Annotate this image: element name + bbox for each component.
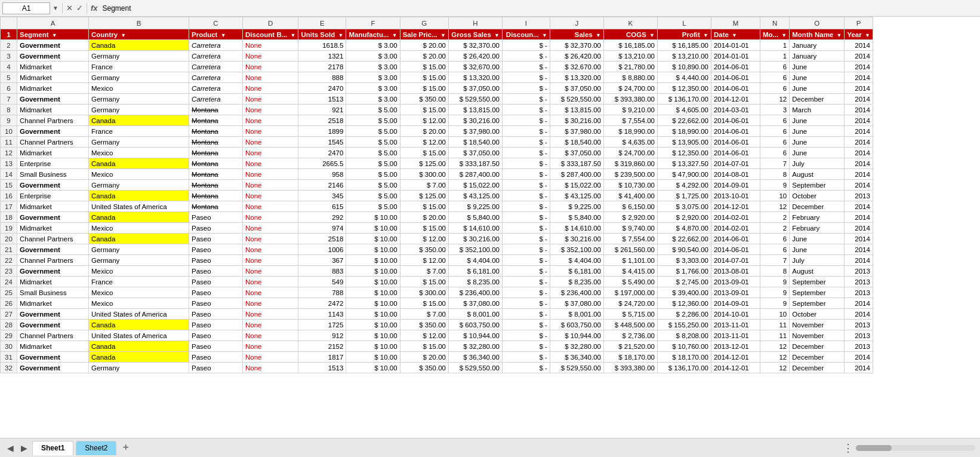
cell-units-7[interactable]: 1513 bbox=[298, 94, 346, 105]
cell-cogs-14[interactable]: $ 239,500.00 bbox=[603, 169, 657, 180]
cell-units-19[interactable]: 974 bbox=[298, 223, 346, 234]
cell-product-25[interactable]: Paseo bbox=[189, 287, 243, 298]
cell-discounts-4[interactable]: $ - bbox=[502, 62, 550, 72]
cell-country-8[interactable]: Germany bbox=[89, 105, 189, 115]
cell-profit-20[interactable]: $ 22,662.00 bbox=[657, 234, 711, 244]
tab-add-button[interactable]: + bbox=[119, 441, 132, 454]
cell-gross-22[interactable]: $ 4,404.00 bbox=[448, 255, 502, 266]
col-header-f[interactable]: F bbox=[346, 17, 400, 29]
name-box[interactable] bbox=[2, 2, 50, 14]
cell-profit-32[interactable]: $ 136,170.00 bbox=[657, 363, 711, 373]
cell-product-2[interactable]: Carretera bbox=[189, 40, 243, 51]
cell-profit-3[interactable]: $ 13,210.00 bbox=[657, 51, 711, 62]
scrollbar-thumb[interactable] bbox=[856, 445, 892, 451]
formula-input[interactable] bbox=[100, 3, 978, 14]
cell-year-30[interactable]: 2013 bbox=[845, 341, 873, 352]
cell-cogs-25[interactable]: $ 197,000.00 bbox=[603, 287, 657, 298]
cell-cogs-21[interactable]: $ 261,560.00 bbox=[603, 244, 657, 255]
cell-year-26[interactable]: 2014 bbox=[845, 298, 873, 309]
cell-discband-31[interactable]: None bbox=[243, 352, 298, 363]
cell-monthname-6[interactable]: June bbox=[790, 83, 845, 94]
cell-country-2[interactable]: Canada bbox=[89, 40, 189, 51]
cell-product-9[interactable]: Montana bbox=[189, 115, 243, 126]
cell-mfg-5[interactable]: $ 3.00 bbox=[346, 72, 400, 83]
cell-units-4[interactable]: 2178 bbox=[298, 62, 346, 72]
header-country[interactable]: Country ▼ bbox=[89, 29, 189, 40]
cell-discband-16[interactable]: None bbox=[243, 191, 298, 201]
cell-segment-25[interactable]: Small Business bbox=[17, 287, 89, 298]
cell-discband-26[interactable]: None bbox=[243, 298, 298, 309]
cell-product-27[interactable]: Paseo bbox=[189, 309, 243, 320]
cell-month-12[interactable]: 6 bbox=[760, 148, 789, 158]
cell-month-19[interactable]: 2 bbox=[760, 223, 789, 234]
cell-year-10[interactable]: 2014 bbox=[845, 126, 873, 137]
cell-year-31[interactable]: 2014 bbox=[845, 352, 873, 363]
cell-gross-15[interactable]: $ 15,022.00 bbox=[448, 180, 502, 191]
cell-cogs-13[interactable]: $ 319,860.00 bbox=[603, 158, 657, 169]
cell-sale-15[interactable]: $ 7.00 bbox=[400, 180, 448, 191]
cell-discband-19[interactable]: None bbox=[243, 223, 298, 234]
cell-date-11[interactable]: 2014-06-01 bbox=[711, 137, 760, 148]
cell-monthname-16[interactable]: October bbox=[790, 191, 845, 201]
cell-discounts-6[interactable]: $ - bbox=[502, 83, 550, 94]
cell-date-4[interactable]: 2014-06-01 bbox=[711, 62, 760, 72]
cell-segment-12[interactable]: Midmarket bbox=[17, 148, 89, 158]
cell-segment-8[interactable]: Midmarket bbox=[17, 105, 89, 115]
cell-cogs-26[interactable]: $ 24,720.00 bbox=[603, 298, 657, 309]
cell-month-15[interactable]: 9 bbox=[760, 180, 789, 191]
cell-sale-20[interactable]: $ 12.00 bbox=[400, 234, 448, 244]
cell-country-11[interactable]: Germany bbox=[89, 137, 189, 148]
cell-country-7[interactable]: Germany bbox=[89, 94, 189, 105]
cell-monthname-21[interactable]: June bbox=[790, 244, 845, 255]
cell-sales-25[interactable]: $ 236,400.00 bbox=[550, 287, 603, 298]
cell-product-20[interactable]: Paseo bbox=[189, 234, 243, 244]
header-discounts[interactable]: Discoun... ▼ bbox=[502, 29, 550, 40]
cell-discband-25[interactable]: None bbox=[243, 287, 298, 298]
cell-mfg-24[interactable]: $ 10.00 bbox=[346, 277, 400, 287]
cell-profit-16[interactable]: $ 1,725.00 bbox=[657, 191, 711, 201]
cell-date-29[interactable]: 2013-11-01 bbox=[711, 330, 760, 341]
cell-month-26[interactable]: 9 bbox=[760, 298, 789, 309]
cell-profit-21[interactable]: $ 90,540.00 bbox=[657, 244, 711, 255]
cell-monthname-17[interactable]: December bbox=[790, 201, 845, 212]
cell-sales-16[interactable]: $ 43,125.00 bbox=[550, 191, 603, 201]
cell-date-31[interactable]: 2014-12-01 bbox=[711, 352, 760, 363]
cell-sale-30[interactable]: $ 15.00 bbox=[400, 341, 448, 352]
cell-segment-22[interactable]: Channel Partners bbox=[17, 255, 89, 266]
cell-sales-21[interactable]: $ 352,100.00 bbox=[550, 244, 603, 255]
cell-mfg-28[interactable]: $ 10.00 bbox=[346, 320, 400, 330]
cell-gross-29[interactable]: $ 10,944.00 bbox=[448, 330, 502, 341]
cell-discband-30[interactable]: None bbox=[243, 341, 298, 352]
cell-year-28[interactable]: 2013 bbox=[845, 320, 873, 330]
cell-gross-8[interactable]: $ 13,815.00 bbox=[448, 105, 502, 115]
cell-discband-13[interactable]: None bbox=[243, 158, 298, 169]
cell-sales-17[interactable]: $ 9,225.00 bbox=[550, 201, 603, 212]
cell-sale-3[interactable]: $ 20.00 bbox=[400, 51, 448, 62]
cell-discband-17[interactable]: None bbox=[243, 201, 298, 212]
cell-country-20[interactable]: Canada bbox=[89, 234, 189, 244]
cell-discounts-11[interactable]: $ - bbox=[502, 137, 550, 148]
header-segment[interactable]: Segment ▼ bbox=[17, 29, 89, 40]
header-date[interactable]: Date ▼ bbox=[711, 29, 760, 40]
cell-sale-21[interactable]: $ 350.00 bbox=[400, 244, 448, 255]
cell-sale-6[interactable]: $ 15.00 bbox=[400, 83, 448, 94]
cell-gross-10[interactable]: $ 37,980.00 bbox=[448, 126, 502, 137]
cell-year-3[interactable]: 2014 bbox=[845, 51, 873, 62]
cell-country-17[interactable]: United States of America bbox=[89, 201, 189, 212]
cell-month-22[interactable]: 7 bbox=[760, 255, 789, 266]
cell-discounts-15[interactable]: $ - bbox=[502, 180, 550, 191]
cell-product-31[interactable]: Paseo bbox=[189, 352, 243, 363]
cell-mfg-18[interactable]: $ 10.00 bbox=[346, 212, 400, 223]
cell-sales-14[interactable]: $ 287,400.00 bbox=[550, 169, 603, 180]
cell-cogs-2[interactable]: $ 16,185.00 bbox=[603, 40, 657, 51]
cell-discounts-29[interactable]: $ - bbox=[502, 330, 550, 341]
cell-units-5[interactable]: 888 bbox=[298, 72, 346, 83]
cell-month-21[interactable]: 6 bbox=[760, 244, 789, 255]
scrollbar-track[interactable] bbox=[856, 445, 975, 451]
cell-units-31[interactable]: 1817 bbox=[298, 352, 346, 363]
cell-cogs-18[interactable]: $ 2,920.00 bbox=[603, 212, 657, 223]
cell-date-15[interactable]: 2014-09-01 bbox=[711, 180, 760, 191]
cell-sales-31[interactable]: $ 36,340.00 bbox=[550, 352, 603, 363]
cell-monthname-2[interactable]: January bbox=[790, 40, 845, 51]
cell-mfg-20[interactable]: $ 10.00 bbox=[346, 234, 400, 244]
